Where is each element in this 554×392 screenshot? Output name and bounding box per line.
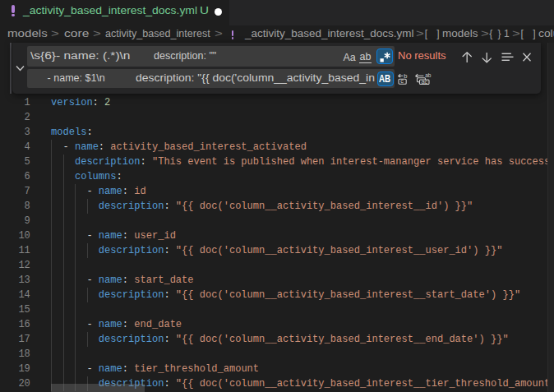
svg-text:ac: ac <box>421 78 427 85</box>
svg-text:c: c <box>400 77 404 85</box>
svg-text:b: b <box>404 73 407 80</box>
svg-text:ab: ab <box>425 73 432 78</box>
